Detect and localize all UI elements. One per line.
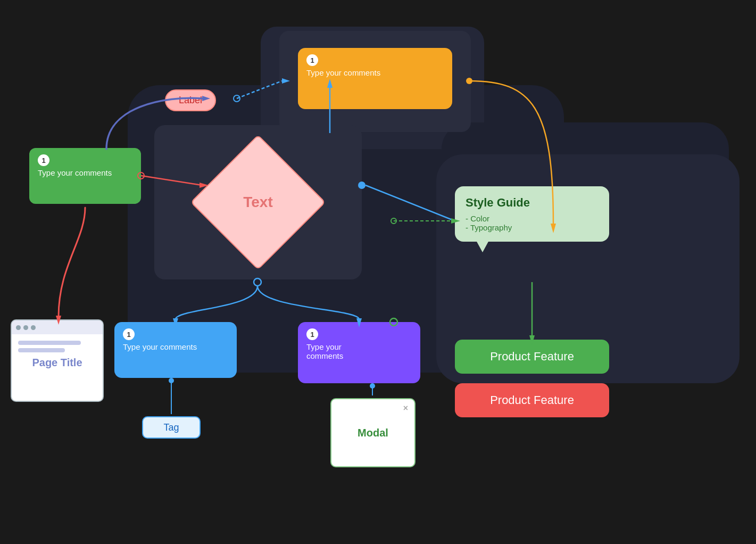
dot-1 [16, 325, 21, 330]
node-blue[interactable]: 1 Type your comments [114, 322, 237, 378]
purple-label: Type yourcomments [306, 342, 412, 360]
blue-badge: 1 [123, 328, 135, 340]
modal-element[interactable]: × Modal [330, 398, 416, 467]
dot-2 [23, 325, 28, 330]
style-guide-typography: - Typography [466, 223, 599, 232]
titlebar [12, 320, 103, 334]
tag-text: Tag [163, 422, 179, 433]
node-yellow[interactable]: 1 Type your comments [298, 48, 452, 109]
yellow-label: Type your comments [306, 68, 444, 77]
product-feature-red[interactable]: Product Feature [455, 383, 609, 417]
wireframe-line-2 [18, 348, 65, 352]
node-purple[interactable]: 1 Type yourcomments [298, 322, 420, 383]
tag-element[interactable]: Tag [142, 416, 201, 439]
label-pill-text: Label [179, 95, 202, 105]
diamond-text: Text [243, 194, 273, 211]
page-wireframe: Page Title [11, 319, 104, 402]
wireframe-line-1 [18, 341, 81, 345]
svg-point-25 [370, 383, 375, 389]
purple-badge: 1 [306, 328, 318, 340]
green-badge: 1 [38, 154, 49, 166]
diamond-container: Text [154, 125, 362, 279]
diamond-shape[interactable]: Text [190, 135, 326, 270]
dot-3 [31, 325, 36, 330]
product-feature-green-text: Product Feature [490, 350, 574, 364]
green-label: Type your comments [38, 168, 132, 177]
node-green[interactable]: 1 Type your comments [29, 148, 141, 204]
blue-label: Type your comments [123, 342, 228, 351]
product-feature-red-text: Product Feature [490, 393, 574, 407]
style-guide-title: Style Guide [466, 196, 599, 210]
label-pill[interactable]: Label [165, 89, 216, 111]
svg-point-23 [169, 378, 174, 383]
yellow-badge: 1 [306, 54, 318, 66]
style-guide-bubble: Style Guide - Color - Typography [455, 186, 609, 242]
wireframe-content: Page Title [12, 334, 103, 375]
style-guide-color: - Color [466, 214, 599, 223]
product-feature-green[interactable]: Product Feature [455, 340, 609, 374]
modal-close-icon[interactable]: × [403, 403, 408, 413]
page-title: Page Title [18, 357, 96, 369]
modal-text: Modal [358, 427, 388, 439]
